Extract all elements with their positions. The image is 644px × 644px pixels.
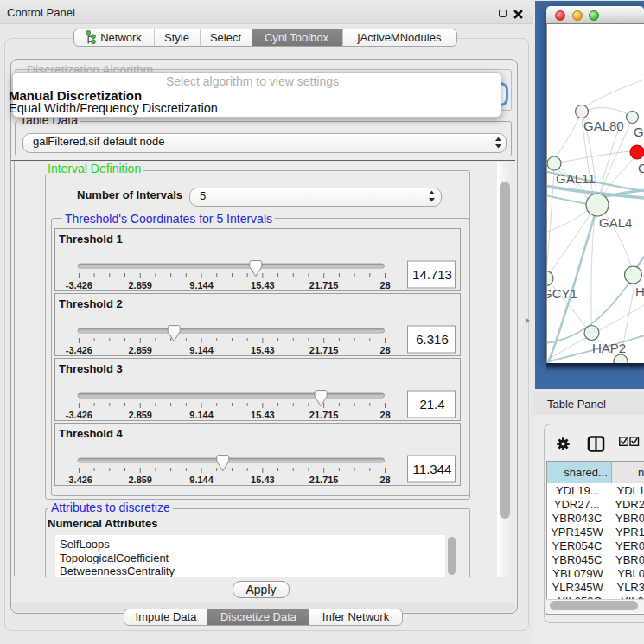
svg-text:9.144: 9.144: [189, 345, 214, 355]
svg-text:-3.426: -3.426: [66, 475, 92, 485]
svg-text:28: 28: [379, 345, 390, 355]
svg-text:GAL11: GAL11: [556, 171, 596, 186]
svg-text:-3.426: -3.426: [66, 345, 92, 355]
svg-text:H: H: [635, 284, 644, 299]
svg-text:2.859: 2.859: [128, 280, 152, 290]
svg-text:28: 28: [379, 475, 390, 485]
svg-text:GA: GA: [634, 124, 644, 139]
svg-text:GCY1: GCY1: [546, 286, 577, 301]
svg-text:21.715: 21.715: [309, 280, 339, 290]
svg-text:9.144: 9.144: [189, 410, 214, 420]
svg-text:2.859: 2.859: [128, 345, 152, 355]
svg-text:21.715: 21.715: [309, 410, 339, 420]
svg-text:15.43: 15.43: [251, 345, 275, 355]
svg-text:2.859: 2.859: [128, 475, 152, 485]
svg-text:15.43: 15.43: [251, 280, 275, 290]
svg-text:21.715: 21.715: [309, 475, 339, 485]
svg-text:HAP2: HAP2: [592, 341, 626, 355]
svg-text:2.859: 2.859: [128, 410, 152, 420]
svg-text:28: 28: [379, 280, 390, 290]
svg-text:15.43: 15.43: [251, 475, 275, 485]
svg-text:6.316: 6.316: [416, 332, 449, 347]
svg-text:9.144: 9.144: [189, 475, 214, 485]
svg-text:9.144: 9.144: [189, 280, 214, 290]
svg-text:15.43: 15.43: [251, 410, 275, 420]
svg-text:-3.426: -3.426: [66, 280, 92, 290]
svg-text:11.344: 11.344: [413, 462, 452, 476]
svg-text:21.4: 21.4: [419, 397, 444, 411]
svg-text:G: G: [638, 161, 644, 175]
svg-text:21.715: 21.715: [309, 345, 339, 355]
svg-text:GAL4: GAL4: [599, 215, 632, 230]
svg-text:28: 28: [379, 410, 390, 420]
svg-text:GAL80: GAL80: [583, 118, 624, 133]
svg-text:14.713: 14.713: [412, 267, 452, 282]
svg-text:-3.426: -3.426: [66, 410, 92, 420]
